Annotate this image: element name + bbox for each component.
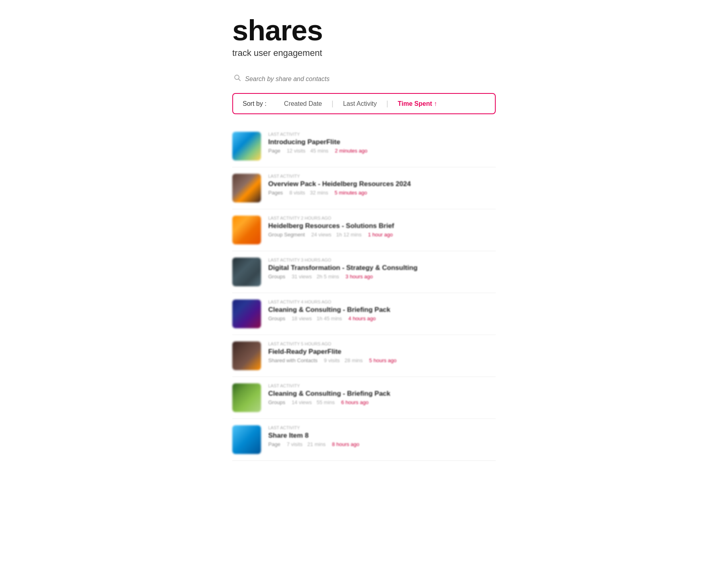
- page-container: shares track user engagement Sort by : C…: [224, 16, 504, 587]
- share-time: 5 minutes ago: [334, 190, 367, 196]
- share-meta-top: LAST ACTIVITY: [268, 383, 496, 388]
- share-row: Page 12 visits 45 mins 2 minutes ago: [268, 148, 496, 154]
- share-stat-2: 28 mins: [344, 357, 363, 363]
- share-stat-group: 18 views 1h 45 mins: [292, 315, 342, 321]
- share-stat-2: 1h 45 mins: [317, 315, 342, 321]
- share-type: Page: [268, 148, 280, 154]
- sort-option-created-date[interactable]: Created Date: [275, 100, 332, 107]
- share-thumbnail: [232, 341, 261, 370]
- share-meta-top: LAST ACTIVITY 3 HOURS AGO: [268, 258, 496, 262]
- share-stat-group: 12 visits 45 mins: [287, 148, 328, 154]
- share-meta-top: LAST ACTIVITY 5 HOURS AGO: [268, 341, 496, 346]
- share-time: 6 hours ago: [341, 399, 369, 405]
- sort-option-time-spent[interactable]: Time Spent ↑: [388, 100, 447, 107]
- share-stat-2: 45 mins: [310, 148, 328, 154]
- share-stat-group: 31 views 2h 5 mins: [292, 274, 339, 280]
- share-type: Pages: [268, 190, 283, 196]
- share-time: 5 hours ago: [369, 357, 397, 363]
- share-thumbnail: [232, 258, 261, 286]
- share-stat-2: 1h 12 mins: [336, 232, 362, 238]
- share-type: Group Segment: [268, 232, 305, 238]
- share-thumbnail: [232, 383, 261, 412]
- share-title: Overview Pack - Heidelberg Resources 202…: [268, 180, 496, 188]
- share-item[interactable]: LAST ACTIVITY 3 HOURS AGO Digital Transf…: [232, 251, 496, 293]
- share-stat-1: 14 views: [292, 399, 312, 405]
- share-stat-1: 24 views: [311, 232, 332, 238]
- share-type: Groups: [268, 274, 285, 280]
- share-item[interactable]: LAST ACTIVITY Cleaning & Consulting - Br…: [232, 377, 496, 419]
- share-stat-1: 12 visits: [287, 148, 305, 154]
- share-item[interactable]: LAST ACTIVITY Share Item 8 Page 7 visits…: [232, 419, 496, 461]
- share-title: Field-Ready PaperFlite: [268, 348, 496, 356]
- share-title: Heidelberg Resources - Solutions Brief: [268, 222, 496, 230]
- share-stat-1: 18 views: [292, 315, 312, 321]
- share-stat-group: 9 visits 28 mins: [324, 357, 363, 363]
- share-meta-top: LAST ACTIVITY: [268, 132, 496, 137]
- share-time: 4 hours ago: [348, 315, 376, 321]
- share-stat-group: 8 visits 32 mins: [289, 190, 328, 196]
- share-row: Groups 18 views 1h 45 mins 4 hours ago: [268, 315, 496, 321]
- share-item[interactable]: LAST ACTIVITY Introducing PaperFlite Pag…: [232, 125, 496, 167]
- page-title: shares: [232, 16, 496, 45]
- share-title: Digital Transformation - Strategy & Cons…: [268, 264, 496, 272]
- share-title: Cleaning & Consulting - Briefing Pack: [268, 390, 496, 398]
- share-stat-2: 32 mins: [310, 190, 328, 196]
- share-type: Shared with Contacts: [268, 357, 318, 363]
- share-stat-1: 8 visits: [289, 190, 305, 196]
- share-item[interactable]: LAST ACTIVITY Overview Pack - Heidelberg…: [232, 167, 496, 209]
- share-item[interactable]: LAST ACTIVITY 5 HOURS AGO Field-Ready Pa…: [232, 335, 496, 377]
- share-time: 2 minutes ago: [335, 148, 368, 154]
- share-list: LAST ACTIVITY Introducing PaperFlite Pag…: [232, 125, 496, 461]
- share-thumbnail: [232, 174, 261, 202]
- share-thumbnail: [232, 299, 261, 328]
- share-content: LAST ACTIVITY 4 HOURS AGO Cleaning & Con…: [268, 299, 496, 321]
- share-content: LAST ACTIVITY 2 HOURS AGO Heidelberg Res…: [268, 216, 496, 238]
- share-content: LAST ACTIVITY 3 HOURS AGO Digital Transf…: [268, 258, 496, 280]
- share-row: Shared with Contacts 9 visits 28 mins 5 …: [268, 357, 496, 363]
- share-title: Cleaning & Consulting - Briefing Pack: [268, 306, 496, 314]
- share-title: Share Item 8: [268, 432, 496, 440]
- share-item[interactable]: LAST ACTIVITY 2 HOURS AGO Heidelberg Res…: [232, 209, 496, 251]
- share-meta-top: LAST ACTIVITY 2 HOURS AGO: [268, 216, 496, 220]
- share-content: LAST ACTIVITY Overview Pack - Heidelberg…: [268, 174, 496, 196]
- share-thumbnail: [232, 216, 261, 244]
- share-row: Group Segment 24 views 1h 12 mins 1 hour…: [268, 232, 496, 238]
- share-stat-group: 24 views 1h 12 mins: [311, 232, 362, 238]
- share-meta-top: LAST ACTIVITY: [268, 174, 496, 178]
- sort-options: Created Date | Last Activity | Time Spen…: [275, 99, 485, 108]
- share-type: Page: [268, 441, 280, 447]
- sort-bar: Sort by : Created Date | Last Activity |…: [232, 93, 496, 114]
- share-meta-top: LAST ACTIVITY: [268, 425, 496, 430]
- share-stat-1: 7 visits: [287, 441, 303, 447]
- share-stat-2: 55 mins: [317, 399, 335, 405]
- page-subtitle: track user engagement: [232, 48, 496, 58]
- share-type: Groups: [268, 399, 285, 405]
- share-stat-group: 7 visits 21 mins: [287, 441, 325, 447]
- share-time: 1 hour ago: [368, 232, 393, 238]
- share-time: 8 hours ago: [332, 441, 360, 447]
- share-content: LAST ACTIVITY Share Item 8 Page 7 visits…: [268, 425, 496, 447]
- share-stat-group: 14 views 55 mins: [292, 399, 335, 405]
- share-content: LAST ACTIVITY Introducing PaperFlite Pag…: [268, 132, 496, 154]
- share-row: Groups 31 views 2h 5 mins 3 hours ago: [268, 274, 496, 280]
- share-stat-2: 2h 5 mins: [317, 274, 339, 280]
- share-row: Page 7 visits 21 mins 8 hours ago: [268, 441, 496, 447]
- svg-line-1: [239, 79, 241, 81]
- search-bar: [232, 74, 496, 83]
- share-type: Groups: [268, 315, 285, 321]
- share-row: Pages 8 visits 32 mins 5 minutes ago: [268, 190, 496, 196]
- search-icon: [234, 74, 241, 83]
- share-meta-top: LAST ACTIVITY 4 HOURS AGO: [268, 299, 496, 304]
- share-row: Groups 14 views 55 mins 6 hours ago: [268, 399, 496, 405]
- sort-option-last-activity[interactable]: Last Activity: [333, 100, 386, 107]
- sort-label: Sort by :: [243, 100, 267, 107]
- share-time: 3 hours ago: [346, 274, 373, 280]
- share-stat-1: 9 visits: [324, 357, 340, 363]
- share-stat-2: 21 mins: [307, 441, 326, 447]
- share-item[interactable]: LAST ACTIVITY 4 HOURS AGO Cleaning & Con…: [232, 293, 496, 335]
- share-content: LAST ACTIVITY Cleaning & Consulting - Br…: [268, 383, 496, 405]
- share-title: Introducing PaperFlite: [268, 138, 496, 146]
- search-input[interactable]: [245, 75, 494, 83]
- share-thumbnail: [232, 132, 261, 161]
- share-content: LAST ACTIVITY 5 HOURS AGO Field-Ready Pa…: [268, 341, 496, 363]
